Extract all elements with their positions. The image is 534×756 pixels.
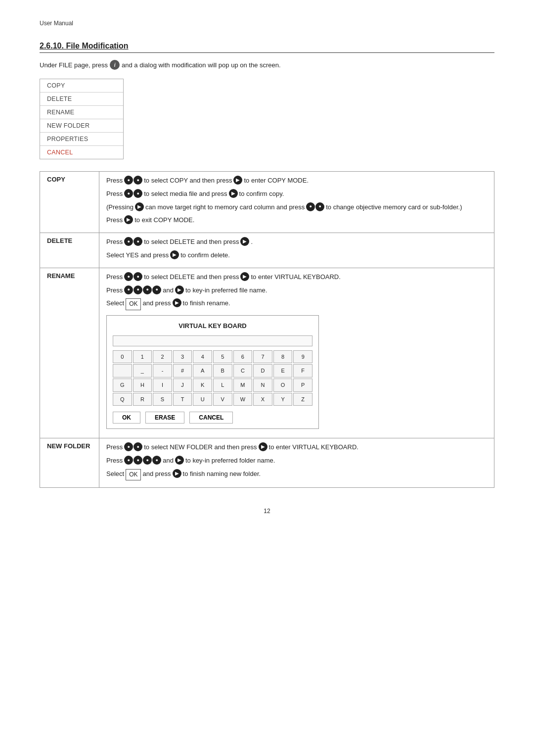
arrow-right-icon-3: ▶ [135, 202, 144, 211]
table-row-new-folder: NEW FOLDER Press ● ● to select NEW FOLDE… [40, 438, 494, 488]
vkb-title: VIRTUAL KEY BOARD [113, 321, 312, 331]
arrow-right-ren-2: ▶ [175, 285, 184, 294]
vkb-key-underscore[interactable]: _ [133, 364, 152, 378]
vkb-erase-button[interactable]: ERASE [145, 412, 184, 424]
circle-icon: ● [124, 176, 133, 185]
vkb-key-X[interactable]: X [253, 393, 272, 406]
nf-line-1: Press ● ● to select NEW FOLDER and then … [106, 442, 487, 453]
table-row-copy: COPY Press ● ● to select COPY and then p… [40, 172, 494, 233]
vkb-key-W[interactable]: W [233, 393, 253, 406]
copy-line-3: (Pressing ▶ can move target right to mem… [106, 202, 487, 213]
menu-item-new-folder[interactable]: NEW FOLDER [40, 119, 123, 133]
vkb-key-1[interactable]: 1 [133, 350, 152, 364]
table-row-rename: RENAME Press ● ● to select DELETE and th… [40, 268, 494, 438]
circle-icon: ● [143, 456, 152, 465]
menu-item-properties[interactable]: PROPERTIES [40, 133, 123, 146]
arrow-right-icon-2: ▶ [229, 189, 238, 198]
vkb-key-J[interactable]: J [173, 378, 192, 392]
vkb-key-Q[interactable]: Q [113, 393, 132, 406]
vkb-key-4[interactable]: 4 [193, 350, 212, 364]
vkb-key-M[interactable]: M [233, 378, 253, 392]
vkb-key-E[interactable]: E [273, 364, 293, 378]
arrow-right-ren-3: ▶ [173, 298, 181, 307]
header-label: User Manual [40, 20, 73, 27]
circle-icon: ● [124, 189, 133, 198]
nf-line-2: Press ● ● ● ● and ▶ to key-in preferred … [106, 456, 487, 466]
vkb-key-R[interactable]: R [133, 393, 152, 406]
vkb-key-P[interactable]: P [293, 378, 312, 392]
copy-line-2: Press ● ● to select media file and press… [106, 189, 487, 199]
rename-line-2: Press ● ● ● ● and ▶ to key-in preferred … [106, 285, 487, 296]
vkb-key-F[interactable]: F [293, 364, 312, 378]
circle-icon: ● [134, 176, 142, 185]
arrow-right-nf-3: ▶ [173, 469, 181, 478]
vkb-key-7[interactable]: 7 [253, 350, 272, 364]
label-rename: RENAME [40, 268, 99, 438]
ok-box: OK [126, 298, 141, 310]
info-icon: i [110, 60, 120, 70]
rename-line-3: Select OK and press ▶ to finish rename. [106, 298, 487, 310]
circle-icon: ● [134, 442, 142, 451]
section-title: 2.6.10. File Modification [40, 42, 494, 53]
circle-icon: ● [134, 272, 142, 281]
arrow-right-nf-2: ▶ [175, 456, 184, 465]
content-rename: Press ● ● to select DELETE and then pres… [99, 268, 494, 438]
rename-line-1: Press ● ● to select DELETE and then pres… [106, 272, 487, 283]
menu-item-delete[interactable]: DELETE [40, 93, 123, 106]
vkb-key-B[interactable]: B [213, 364, 232, 378]
content-delete: Press ● ● to select DELETE and then pres… [99, 233, 494, 268]
vkb-key-0[interactable]: 0 [113, 350, 132, 364]
vkb-key-9[interactable]: 9 [293, 350, 312, 364]
four-circles-nf: ● ● ● ● [124, 456, 161, 465]
circle-icon: ● [124, 272, 133, 281]
content-copy: Press ● ● to select COPY and then press … [99, 172, 494, 233]
circle-icon: ● [134, 456, 142, 465]
menu-item-copy[interactable]: COPY [40, 79, 123, 93]
circle-icon: ● [124, 456, 133, 465]
two-circles-ren: ● ● [124, 272, 142, 281]
vkb-key-G[interactable]: G [113, 378, 132, 392]
vkb-key-V[interactable]: V [213, 393, 232, 406]
circle-icon: ● [143, 285, 152, 294]
two-circles-icon-2: ● ● [124, 189, 142, 198]
circle-icon: ● [134, 189, 142, 198]
vkb-key-Z[interactable]: Z [293, 393, 312, 406]
vkb-key-dash[interactable]: - [153, 364, 172, 378]
arrow-right-icon-4: ▶ [124, 215, 133, 224]
ok-box-nf: OK [126, 469, 141, 480]
vkb-key-H[interactable]: H [133, 378, 152, 392]
circle-icon: ● [134, 285, 142, 294]
menu-item-rename[interactable]: RENAME [40, 106, 123, 119]
vkb-key-N[interactable]: N [253, 378, 272, 392]
vkb-key-3[interactable]: 3 [173, 350, 192, 364]
vkb-key-T[interactable]: T [173, 393, 192, 406]
vkb-key-C[interactable]: C [233, 364, 253, 378]
vkb-key-K[interactable]: K [193, 378, 212, 392]
menu-item-cancel[interactable]: CANCEL [40, 146, 123, 159]
vkb-key-S[interactable]: S [153, 393, 172, 406]
vkb-key-A[interactable]: A [193, 364, 212, 378]
vkb-cancel-button[interactable]: CANCEL [189, 412, 233, 424]
main-table: COPY Press ● ● to select COPY and then p… [40, 171, 494, 488]
vkb-key-2[interactable]: 2 [153, 350, 172, 364]
vkb-key-space[interactable] [113, 364, 132, 378]
intro-after: and a dialog with modification will pop … [122, 61, 281, 69]
circle-icon: ● [134, 237, 142, 246]
vkb-input[interactable] [113, 335, 312, 346]
vkb-key-6[interactable]: 6 [233, 350, 253, 364]
arrow-right-del: ▶ [240, 237, 249, 246]
vkb-key-L[interactable]: L [213, 378, 232, 392]
vkb-key-I[interactable]: I [153, 378, 172, 392]
virtual-keyboard: VIRTUAL KEY BOARD 0 1 2 3 4 5 6 7 8 9 [106, 315, 319, 429]
vkb-key-hash[interactable]: # [173, 364, 192, 378]
vkb-grid: 0 1 2 3 4 5 6 7 8 9 _ - # [113, 350, 312, 406]
vkb-key-O[interactable]: O [273, 378, 293, 392]
vkb-key-5[interactable]: 5 [213, 350, 232, 364]
vkb-key-D[interactable]: D [253, 364, 272, 378]
menu-box: COPY DELETE RENAME NEW FOLDER PROPERTIES… [40, 79, 124, 159]
vkb-key-U[interactable]: U [193, 393, 212, 406]
vkb-key-8[interactable]: 8 [273, 350, 293, 364]
vkb-ok-button[interactable]: OK [113, 412, 140, 424]
vkb-buttons: OK ERASE CANCEL [113, 410, 312, 424]
vkb-key-Y[interactable]: Y [273, 393, 293, 406]
